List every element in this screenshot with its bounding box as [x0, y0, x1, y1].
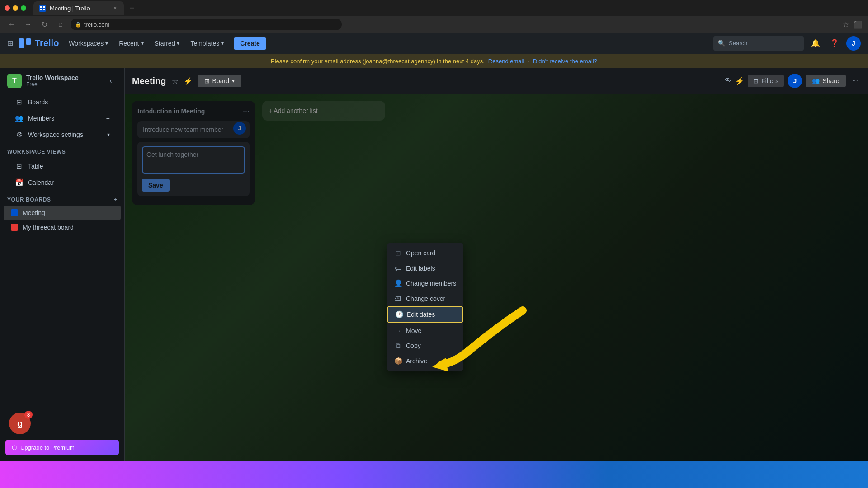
- topbar: ⊞ Trello Workspaces ▾ Recent ▾ Starred ▾…: [0, 33, 868, 54]
- context-menu-archive[interactable]: 📦 Archive: [387, 353, 463, 369]
- board-list: Meeting My threecat board: [0, 206, 124, 235]
- add-board-icon[interactable]: +: [113, 197, 117, 203]
- sidebar-board-threecat[interactable]: My threecat board: [4, 220, 121, 235]
- grammarly-letter: g: [17, 418, 23, 429]
- context-menu-change-members[interactable]: 👤 Change members: [387, 276, 463, 291]
- workspace-plan: Free: [26, 81, 100, 88]
- traffic-light-red[interactable]: [5, 5, 10, 11]
- tab-close-button[interactable]: ✕: [111, 5, 118, 12]
- change-cover-label: Change cover: [406, 295, 445, 302]
- svg-rect-3: [43, 9, 45, 10]
- sidebar-item-members[interactable]: 👥 Members +: [7, 111, 117, 126]
- create-button[interactable]: Create: [234, 37, 266, 50]
- filters-button[interactable]: ⊟ Filters: [748, 75, 784, 87]
- add-list-button[interactable]: + Add another list: [262, 101, 385, 121]
- nav-starred[interactable]: Starred ▾: [150, 37, 184, 50]
- url-text: trello.com: [84, 21, 109, 28]
- change-members-label: Change members: [406, 280, 456, 287]
- sidebar-item-calendar[interactable]: 📅 Calendar: [7, 175, 117, 190]
- context-menu-edit-dates[interactable]: 🕐 Edit dates: [387, 306, 463, 323]
- share-label: Share: [822, 77, 839, 84]
- more-options-button[interactable]: ···: [849, 74, 861, 88]
- home-button[interactable]: ⌂: [54, 18, 67, 31]
- board-settings-icon[interactable]: ⚡: [184, 77, 193, 85]
- sidebar-item-boards[interactable]: ⊞ Boards: [7, 94, 117, 110]
- forward-button[interactable]: →: [22, 18, 34, 31]
- search-icon: 🔍: [718, 40, 725, 47]
- notification-message: Please confirm your email address (joann…: [271, 58, 485, 65]
- board-content: Intoduction in Meeting ··· Introduce new…: [125, 94, 868, 461]
- board-area: Meeting ☆ ⚡ ⊞ Board ▾ 👁 ⚡ ⊟ Filters J: [125, 68, 868, 461]
- topbar-nav: Workspaces ▾ Recent ▾ Starred ▾ Template…: [64, 37, 228, 50]
- context-menu-move[interactable]: → Move: [387, 323, 463, 338]
- meeting-board-label: Meeting: [23, 209, 45, 216]
- context-menu-copy[interactable]: ⧉ Copy: [387, 338, 463, 353]
- user-avatar[interactable]: J: [846, 36, 861, 51]
- open-card-label: Open card: [406, 249, 435, 257]
- search-box[interactable]: 🔍 Search: [713, 36, 804, 51]
- trello-logo-text: Trello: [35, 38, 59, 48]
- nav-templates[interactable]: Templates ▾: [186, 37, 228, 50]
- app: ⊞ Trello Workspaces ▾ Recent ▾ Starred ▾…: [0, 33, 868, 488]
- star-board-icon[interactable]: ☆: [172, 77, 178, 85]
- recent-chevron: ▾: [141, 40, 144, 47]
- svg-rect-5: [26, 38, 31, 45]
- nav-workspaces[interactable]: Workspaces ▾: [64, 37, 113, 50]
- extensions-button[interactable]: ⬛: [854, 20, 863, 29]
- board-view-button[interactable]: ⊞ Board ▾: [198, 75, 241, 87]
- sidebar-item-table[interactable]: ⊞ Table: [7, 159, 117, 174]
- traffic-light-green[interactable]: [21, 5, 26, 11]
- sidebar-board-meeting[interactable]: Meeting: [4, 206, 121, 220]
- threecat-board-label: My threecat board: [23, 224, 74, 231]
- card-introduce[interactable]: Introduce new team member J: [137, 121, 250, 138]
- card-edit-textarea[interactable]: Get lunch together: [142, 146, 245, 174]
- resend-email-link[interactable]: Resend email: [488, 58, 524, 65]
- grid-icon[interactable]: ⊞: [7, 39, 13, 47]
- notifications-button[interactable]: 🔔: [808, 36, 823, 51]
- workspace-name: Trello Workspace: [26, 74, 100, 81]
- calendar-icon: 📅: [14, 178, 24, 187]
- card-avatar: J: [233, 122, 246, 135]
- board-title: Meeting: [132, 76, 166, 86]
- add-member-icon[interactable]: +: [106, 115, 110, 122]
- context-menu-change-cover[interactable]: 🖼 Change cover: [387, 291, 463, 306]
- board-header: Meeting ☆ ⚡ ⊞ Board ▾ 👁 ⚡ ⊟ Filters J: [125, 68, 868, 94]
- sidebar-nav-items: ⊞ Boards 👥 Members + ⚙ Workspace setting…: [0, 94, 124, 143]
- bookmark-button[interactable]: ☆: [843, 20, 849, 29]
- address-bar[interactable]: 🔒 trello.com: [71, 19, 342, 30]
- context-menu-open-card[interactable]: ⊡ Open card: [387, 245, 463, 261]
- workspace-views: ⊞ Table 📅 Calendar: [0, 158, 124, 191]
- upgrade-label: Upgrade to Premium: [20, 444, 75, 451]
- new-tab-button[interactable]: +: [126, 2, 138, 14]
- column-introduction: Intoduction in Meeting ··· Introduce new…: [132, 101, 255, 454]
- sidebar: T Trello Workspace Free ‹ ⊞ Boards 👥 Mem…: [0, 68, 125, 461]
- watch-icon[interactable]: 👁: [724, 77, 731, 85]
- nav-recent[interactable]: Recent ▾: [114, 37, 148, 50]
- context-menu-edit-labels[interactable]: 🏷 Edit labels: [387, 261, 463, 276]
- board-user-avatar[interactable]: J: [788, 74, 802, 88]
- browser-tabs: Meeting | Trello ✕ +: [0, 0, 868, 16]
- save-card-button[interactable]: Save: [142, 179, 170, 192]
- card-introduce-text: Introduce new team member: [143, 126, 223, 133]
- svg-rect-0: [40, 6, 42, 8]
- no-receive-link[interactable]: Didn't receive the email?: [533, 58, 597, 65]
- traffic-light-yellow[interactable]: [13, 5, 18, 11]
- browser-tab-active[interactable]: Meeting | Trello ✕: [33, 1, 124, 15]
- column-menu-button[interactable]: ···: [243, 106, 250, 116]
- meeting-board-dot: [11, 209, 18, 216]
- change-members-icon: 👤: [394, 279, 401, 287]
- board-view-label: Board: [212, 77, 229, 84]
- grammarly-icon[interactable]: g 8: [9, 413, 31, 434]
- upgrade-premium-button[interactable]: ⬡ Upgrade to Premium: [5, 440, 119, 455]
- edit-dates-label: Edit dates: [407, 311, 435, 318]
- sidebar-settings-label: Workspace settings: [28, 131, 83, 138]
- share-button[interactable]: 👥 Share: [806, 75, 845, 87]
- help-button[interactable]: ❓: [827, 36, 842, 51]
- lightning-icon[interactable]: ⚡: [735, 77, 744, 85]
- columns: Intoduction in Meeting ··· Introduce new…: [132, 101, 385, 454]
- sidebar-item-settings[interactable]: ⚙ Workspace settings ▾: [7, 127, 117, 142]
- edit-labels-label: Edit labels: [406, 265, 435, 272]
- refresh-button[interactable]: ↻: [38, 18, 51, 31]
- back-button[interactable]: ←: [5, 18, 18, 31]
- sidebar-toggle-button[interactable]: ‹: [104, 75, 117, 87]
